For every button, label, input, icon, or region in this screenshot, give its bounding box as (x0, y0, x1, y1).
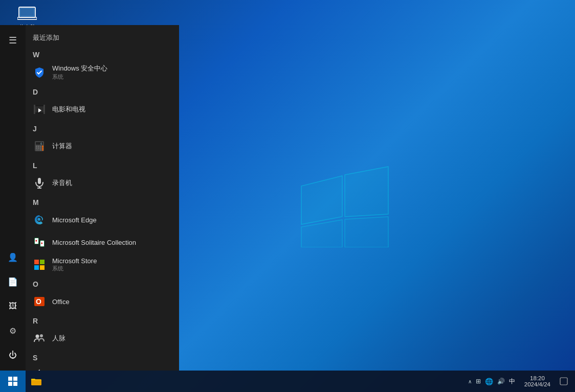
svg-point-42 (36, 335, 39, 338)
svg-rect-22 (40, 148, 41, 149)
svg-rect-11 (34, 105, 35, 114)
svg-rect-24 (36, 149, 39, 151)
voice-recorder-info: 录音机 (52, 178, 72, 188)
app-calculator[interactable]: 0 计算器 (26, 135, 179, 157)
microsoft-store-icon (33, 258, 46, 271)
network-tray-icon[interactable]: 🌐 (484, 377, 494, 386)
start-menu: ☰ 👤 📄 🖼 ⚙ (0, 25, 179, 371)
sidebar-documents-button[interactable]: 📄 (1, 270, 25, 293)
microsoft-store-info: Microsoft Store 系统 (52, 257, 97, 272)
svg-marker-3 (345, 217, 388, 247)
microsoft-store-subtitle: 系统 (52, 265, 97, 272)
sidebar-pictures-button[interactable]: 🖼 (1, 295, 25, 317)
file-explorer-icon (31, 377, 42, 386)
movies-tv-icon (33, 103, 46, 116)
pictures-icon: 🖼 (9, 302, 17, 311)
start-sidebar: ☰ 👤 📄 🖼 ⚙ (0, 25, 26, 371)
microsoft-solitaire-icon: ♠ ♦ (33, 236, 46, 249)
taskbar: ∧ ⊞ 🌐 🔊 中 18:20 2024/4/24 (0, 371, 575, 392)
svg-rect-49 (560, 378, 567, 385)
alpha-r: R (26, 313, 179, 327)
office-name: Office (52, 298, 70, 306)
notification-icon (560, 377, 568, 385)
svg-marker-2 (301, 220, 342, 247)
taskbar-right-area: ∧ ⊞ 🌐 🔊 中 18:20 2024/4/24 (464, 371, 575, 392)
settings-app-icon (33, 368, 46, 371)
svg-rect-23 (42, 148, 43, 149)
movies-tv-info: 电影和电视 (52, 105, 85, 114)
alpha-j: J (26, 121, 179, 135)
user-icon: 👤 (8, 252, 18, 262)
taskbar-clock[interactable]: 18:20 2024/4/24 (519, 371, 556, 392)
svg-rect-19 (42, 146, 43, 147)
app-microsoft-solitaire[interactable]: ♠ ♦ Microsoft Solitaire Collection (26, 231, 179, 253)
notification-center-button[interactable] (556, 371, 572, 392)
windows-logo-decoration (294, 145, 396, 247)
people-name: 人脉 (52, 334, 65, 343)
svg-marker-1 (345, 167, 388, 217)
microsoft-edge-name: Microsoft Edge (52, 216, 97, 224)
ime-icon[interactable]: 中 (508, 376, 516, 387)
tablet-mode-icon[interactable]: ⊞ (475, 377, 482, 386)
power-icon: ⏻ (9, 351, 17, 360)
svg-rect-12 (43, 105, 45, 114)
start-button[interactable] (0, 371, 26, 392)
calculator-info: 计算器 (52, 142, 72, 151)
app-people[interactable]: 人脉 (26, 327, 179, 350)
alpha-s: S (26, 350, 179, 364)
tray-icons-area: ∧ ⊞ 🌐 🔊 中 (464, 376, 519, 387)
svg-rect-5 (20, 8, 34, 16)
app-office[interactable]: O Office (26, 290, 179, 313)
taskbar-file-explorer-button[interactable] (26, 371, 47, 392)
svg-rect-44 (8, 377, 12, 381)
microsoft-edge-icon (33, 213, 46, 226)
svg-rect-45 (13, 377, 17, 381)
voice-recorder-name: 录音机 (52, 178, 72, 188)
alpha-o: O (26, 276, 179, 290)
alpha-w: W (26, 47, 179, 61)
svg-point-43 (40, 334, 43, 337)
app-movies-tv[interactable]: 电影和电视 (26, 98, 179, 121)
svg-rect-16 (36, 146, 37, 147)
app-settings[interactable]: 设置 (26, 364, 179, 371)
windows-security-icon (33, 66, 46, 79)
svg-rect-47 (13, 382, 17, 386)
microsoft-edge-info: Microsoft Edge (52, 216, 97, 224)
windows-security-info: Windows 安全中心 系统 (52, 64, 107, 81)
movies-tv-name: 电影和电视 (52, 105, 85, 114)
svg-rect-36 (34, 260, 39, 264)
office-info: Office (52, 298, 70, 306)
microsoft-store-name: Microsoft Store (52, 257, 97, 265)
svg-rect-46 (8, 382, 12, 386)
svg-text:0: 0 (40, 142, 42, 145)
app-voice-recorder[interactable]: 录音机 (26, 172, 179, 194)
people-info: 人脉 (52, 334, 65, 343)
svg-text:O: O (36, 297, 41, 306)
alpha-l: L (26, 157, 179, 172)
desktop: 此电脑 ☰ 👤 📄 🖼 (0, 0, 575, 392)
volume-tray-icon[interactable]: 🔊 (496, 377, 506, 386)
show-hidden-tray-icon[interactable]: ∧ (467, 378, 473, 385)
svg-rect-26 (42, 149, 43, 151)
svg-text:♠: ♠ (35, 239, 37, 242)
app-microsoft-store[interactable]: Microsoft Store 系统 (26, 253, 179, 276)
sidebar-user-button[interactable]: 👤 (1, 246, 25, 268)
sidebar-bottom-buttons: 👤 📄 🖼 ⚙ ⏻ (1, 246, 25, 371)
people-icon (33, 332, 46, 345)
app-windows-security[interactable]: Windows 安全中心 系统 (26, 61, 179, 84)
svg-text:♦: ♦ (41, 241, 43, 245)
alpha-d: D (26, 84, 179, 98)
sidebar-settings-button[interactable]: ⚙ (1, 319, 25, 342)
hamburger-button[interactable]: ☰ (1, 29, 25, 52)
svg-rect-27 (38, 178, 41, 184)
thispc-icon (17, 6, 37, 21)
office-icon: O (33, 295, 46, 308)
svg-rect-17 (38, 146, 39, 147)
windows-security-subtitle: 系统 (52, 73, 107, 81)
sidebar-power-button[interactable]: ⏻ (1, 344, 25, 366)
svg-rect-38 (34, 265, 39, 270)
microsoft-solitaire-info: Microsoft Solitaire Collection (52, 239, 136, 246)
app-microsoft-edge[interactable]: Microsoft Edge (26, 209, 179, 231)
svg-rect-18 (40, 146, 41, 147)
windows-start-icon (8, 376, 18, 386)
